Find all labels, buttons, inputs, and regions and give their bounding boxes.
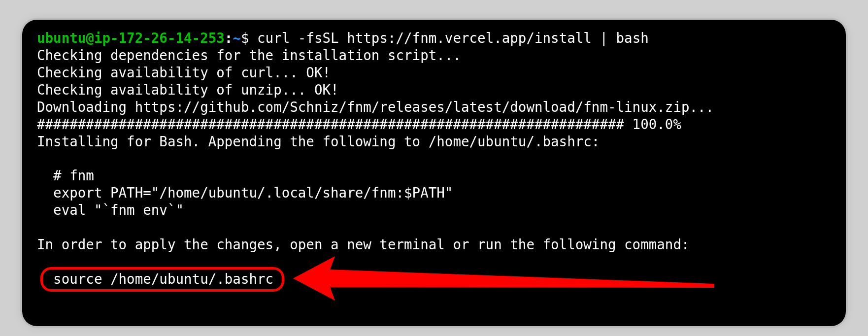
output-line: source /home/ubuntu/.bashrc [37, 271, 273, 287]
output-line: # fnm [37, 168, 94, 183]
output-line: Checking availability of unzip... OK! [37, 82, 339, 98]
output-line: Downloading https://github.com/Schniz/fn… [37, 99, 714, 115]
output-line: ########################################… [37, 116, 681, 132]
output-line: Checking availability of curl... OK! [37, 65, 331, 80]
output-line: Installing for Bash. Appending the follo… [37, 134, 600, 149]
prompt-path: ~ [233, 30, 241, 46]
output-line: In order to apply the changes, open a ne… [37, 236, 690, 252]
prompt-user-host: ubuntu@ip-172-26-14-253 [37, 30, 225, 46]
prompt-colon: : [225, 30, 233, 46]
terminal-content[interactable]: ubuntu@ip-172-26-14-253:~$ curl -fsSL ht… [37, 30, 831, 288]
output-line: eval "`fnm env`" [37, 202, 184, 218]
output-line: Checking dependencies for the installati… [37, 47, 461, 63]
screenshot-frame: ubuntu@ip-172-26-14-253:~$ curl -fsSL ht… [10, 10, 858, 336]
output-line: export PATH="/home/ubuntu/.local/share/f… [37, 185, 453, 201]
terminal-window[interactable]: ubuntu@ip-172-26-14-253:~$ curl -fsSL ht… [22, 20, 846, 326]
command-text: curl -fsSL https://fnm.vercel.app/instal… [257, 30, 649, 46]
prompt-suffix: $ [241, 30, 257, 46]
